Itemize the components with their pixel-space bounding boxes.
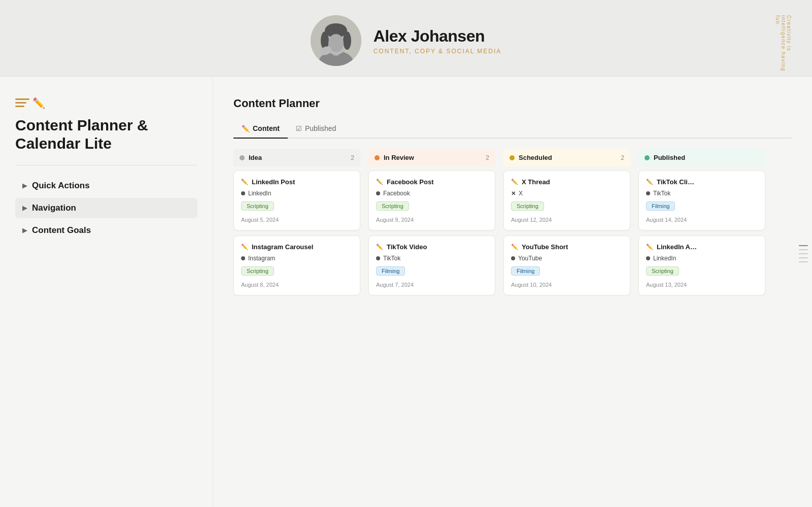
column-header-idea: Idea 2 (233, 149, 360, 166)
status-dot-published (645, 155, 650, 160)
sidebar-section-content-goals: ▶ Content Goals (15, 220, 197, 241)
card-platform: Instagram (241, 255, 353, 262)
main-content: ✏️ Content Planner & Calendar Lite ▶ Qui… (0, 77, 812, 507)
tab-published[interactable]: ☑ Published (288, 120, 345, 138)
kanban-column-idea: Idea 2 ✏️ LinkedIn Post LinkedIn Scripti… (233, 149, 360, 300)
card-date: August 9, 2024 (376, 217, 488, 223)
card-date: August 13, 2024 (646, 282, 758, 288)
status-badge: Scripting (511, 201, 544, 211)
divider (15, 165, 197, 165)
status-dot-scheduled (510, 155, 515, 160)
column-label-inreview: In Review (384, 154, 414, 161)
edit-tab-icon: ✏️ (242, 125, 250, 132)
column-header-published: Published (638, 149, 765, 166)
vertical-quote: Creativity is intelligence having fun. (775, 15, 792, 76)
header-inner: Alex Johansen CONTENT, COPY & SOCIAL MED… (311, 15, 502, 66)
page-icon: ✏️ (15, 97, 197, 108)
sidebar: ✏️ Content Planner & Calendar Lite ▶ Qui… (0, 77, 213, 507)
card-date: August 10, 2024 (511, 282, 623, 288)
platform-dot (376, 191, 380, 195)
card-title: ✏️ Instagram Carousel (241, 243, 353, 251)
column-count-inreview: 2 (486, 154, 489, 161)
status-badge: Scripting (241, 201, 274, 211)
card-facebook-post[interactable]: ✏️ Facebook Post Facebook Scripting Augu… (368, 171, 495, 230)
card-title: ✏️ LinkedIn A… (646, 243, 758, 251)
card-edit-icon: ✏️ (241, 244, 248, 250)
card-edit-icon: ✏️ (511, 244, 518, 250)
card-edit-icon: ✏️ (376, 179, 383, 185)
card-tiktok-video[interactable]: ✏️ TikTok Video TikTok Filming August 7,… (368, 235, 495, 295)
card-linkedin-article[interactable]: ✏️ LinkedIn A… LinkedIn Scripting August… (638, 235, 765, 295)
status-dot-idea (240, 155, 245, 160)
scroll-indicator (799, 245, 808, 262)
card-date: August 5, 2024 (241, 217, 353, 223)
card-date: August 12, 2024 (511, 217, 623, 223)
chevron-right-icon: ▶ (22, 182, 27, 189)
card-platform: LinkedIn (241, 190, 353, 197)
tabs-bar: ✏️ Content ☑ Published (233, 120, 792, 139)
column-header-inreview: In Review 2 (368, 149, 495, 166)
avatar (311, 15, 361, 66)
card-title: ✏️ LinkedIn Post (241, 178, 353, 186)
sidebar-section-quick-actions: ▶ Quick Actions (15, 176, 197, 196)
header-text: Alex Johansen CONTENT, COPY & SOCIAL MED… (374, 27, 502, 55)
platform-dot (646, 256, 650, 260)
card-platform: TikTok (376, 255, 488, 262)
sidebar-section-navigation: ▶ Navigation (15, 198, 197, 218)
card-edit-icon: ✏️ (376, 244, 383, 250)
scroll-line (799, 253, 808, 254)
sidebar-item-content-goals[interactable]: ▶ Content Goals (15, 220, 197, 241)
header-banner: Alex Johansen CONTENT, COPY & SOCIAL MED… (0, 0, 812, 77)
card-title: ✏️ TikTok Cli… (646, 178, 758, 186)
content-planner-title: Content Planner (233, 97, 792, 110)
column-header-scheduled: Scheduled 2 (503, 149, 630, 166)
platform-dot (646, 191, 650, 195)
svg-point-6 (343, 31, 351, 50)
status-dot-inreview (375, 155, 380, 160)
user-subtitle: CONTENT, COPY & SOCIAL MEDIA (374, 48, 502, 55)
card-edit-icon: ✏️ (241, 179, 248, 185)
scroll-line (799, 249, 808, 250)
card-instagram-carousel[interactable]: ✏️ Instagram Carousel Instagram Scriptin… (233, 235, 360, 295)
platform-dot (241, 256, 245, 260)
lines-icon (15, 98, 29, 107)
card-linkedin-post[interactable]: ✏️ LinkedIn Post LinkedIn Scripting Augu… (233, 171, 360, 230)
chevron-right-icon: ▶ (22, 227, 27, 234)
sidebar-item-label: Quick Actions (32, 181, 90, 191)
pencil-icon: ✏️ (32, 97, 45, 109)
card-platform: TikTok (646, 190, 758, 197)
scroll-line (799, 245, 808, 246)
card-x-thread[interactable]: ✏️ X Thread ✕ X Scripting August 12, 202… (503, 171, 630, 230)
card-edit-icon: ✏️ (511, 179, 518, 185)
status-badge: Scripting (376, 201, 409, 211)
card-edit-icon: ✏️ (646, 244, 653, 250)
status-badge: Scripting (241, 266, 274, 276)
status-badge: Filming (511, 266, 540, 276)
kanban-board: Idea 2 ✏️ LinkedIn Post LinkedIn Scripti… (233, 149, 792, 300)
card-platform: ✕ X (511, 190, 623, 197)
sidebar-item-navigation[interactable]: ▶ Navigation (15, 198, 197, 218)
chevron-right-icon: ▶ (22, 205, 27, 212)
card-title: ✏️ Facebook Post (376, 178, 488, 186)
card-date: August 14, 2024 (646, 217, 758, 223)
tab-content[interactable]: ✏️ Content (233, 120, 288, 138)
column-count-idea: 2 (351, 154, 354, 161)
check-tab-icon: ☑ (296, 125, 302, 132)
status-badge: Filming (646, 201, 675, 211)
user-name: Alex Johansen (374, 27, 502, 46)
kanban-column-inreview: In Review 2 ✏️ Facebook Post Facebook Sc… (368, 149, 495, 300)
column-count-scheduled: 2 (621, 154, 624, 161)
card-title: ✏️ YouTube Short (511, 243, 623, 251)
status-badge: Filming (376, 266, 405, 276)
card-youtube-short[interactable]: ✏️ YouTube Short YouTube Filming August … (503, 235, 630, 295)
platform-dot (241, 191, 245, 195)
sidebar-item-label: Content Goals (32, 225, 91, 235)
x-platform-icon: ✕ (511, 190, 516, 197)
card-date: August 7, 2024 (376, 282, 488, 288)
scroll-line (799, 261, 808, 262)
page-title: Content Planner & Calendar Lite (15, 116, 197, 153)
card-tiktok-clip[interactable]: ✏️ TikTok Cli… TikTok Filming August 14,… (638, 171, 765, 230)
sidebar-item-quick-actions[interactable]: ▶ Quick Actions (15, 176, 197, 196)
kanban-column-scheduled: Scheduled 2 ✏️ X Thread ✕ X Scripting Au… (503, 149, 630, 300)
status-badge: Scripting (646, 266, 679, 276)
